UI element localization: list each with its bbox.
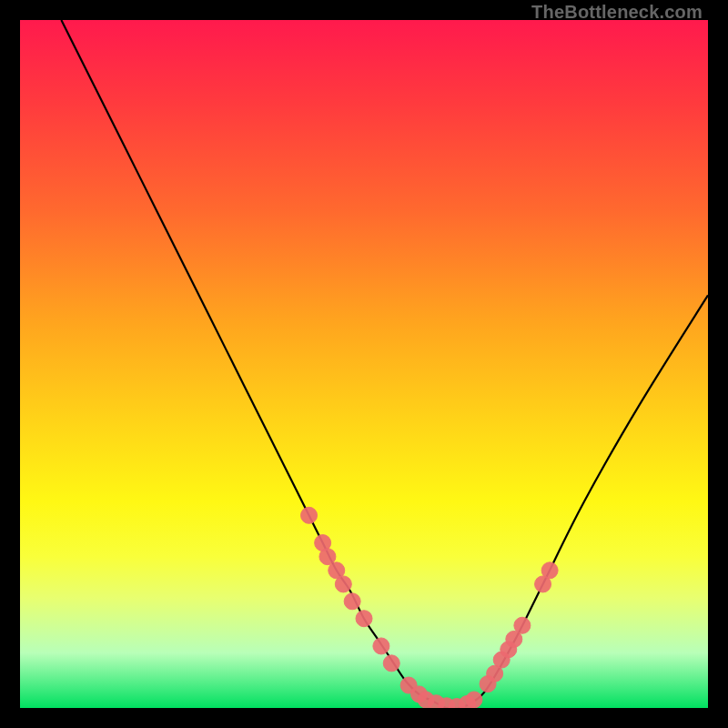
data-marker (356, 611, 372, 627)
bottleneck-curve (61, 20, 708, 708)
chart-frame: TheBottleneck.com (20, 20, 708, 708)
chart-svg (20, 20, 708, 708)
data-marker (466, 692, 482, 708)
data-marker (301, 507, 318, 523)
plot-area (20, 20, 708, 708)
data-marker (335, 576, 351, 592)
data-marker (541, 562, 558, 579)
data-marker (344, 593, 360, 610)
data-marker (383, 655, 399, 672)
data-marker (514, 617, 531, 633)
data-marker (373, 638, 389, 654)
marker-group (301, 507, 559, 708)
